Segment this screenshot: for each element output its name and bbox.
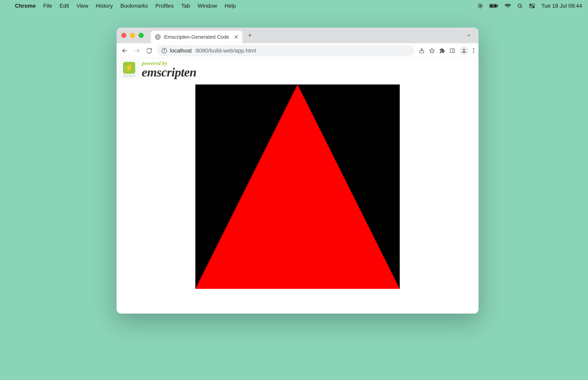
red-triangle-render <box>195 84 400 289</box>
webpage-content: ⚡ powered by emscripten <box>116 58 478 314</box>
chrome-menu-kebab-icon[interactable] <box>473 48 474 54</box>
globe-favicon-icon <box>155 34 161 40</box>
svg-rect-3 <box>497 5 498 7</box>
tab-strip: Emscripten-Generated Code ✕ + <box>116 27 478 43</box>
share-icon[interactable] <box>419 48 425 54</box>
window-minimize-button[interactable] <box>130 33 135 38</box>
menubar-clock[interactable]: Tue 18 Jul 09:44 <box>541 3 582 9</box>
svg-point-19 <box>164 49 165 50</box>
nav-reload-button[interactable] <box>145 46 153 55</box>
window-zoom-button[interactable] <box>139 33 144 38</box>
browser-toolbar: localhost:8080/build-web/app.html <box>116 43 478 58</box>
menu-edit[interactable]: Edit <box>59 3 69 9</box>
side-panel-icon[interactable] <box>449 48 455 54</box>
control-center-icon[interactable] <box>529 3 535 8</box>
menu-bookmarks[interactable]: Bookmarks <box>120 3 148 9</box>
macos-menubar: Chrome File Edit View History Bookmarks … <box>0 0 588 12</box>
svg-rect-22 <box>450 49 455 53</box>
svg-line-7 <box>521 7 522 8</box>
window-close-button[interactable] <box>121 33 126 38</box>
emscripten-brand: emscripten <box>142 66 196 79</box>
tab-title: Emscripten-Generated Code <box>164 34 229 40</box>
spotlight-search-icon[interactable] <box>517 3 523 9</box>
svg-marker-21 <box>430 48 435 53</box>
menu-view[interactable]: View <box>76 3 88 9</box>
extensions-puzzle-icon[interactable] <box>439 48 445 54</box>
menu-window[interactable]: Window <box>197 3 217 9</box>
menu-tab[interactable]: Tab <box>181 3 190 9</box>
emscripten-header: ⚡ powered by emscripten <box>120 60 475 79</box>
url-path: :8080/build-web/app.html <box>194 48 256 54</box>
browser-tab[interactable]: Emscripten-Generated Code ✕ <box>151 31 242 43</box>
bookmark-star-icon[interactable] <box>429 48 435 54</box>
tab-close-button[interactable]: ✕ <box>234 34 238 40</box>
toolbar-actions <box>417 46 474 55</box>
menubar-left: Chrome File Edit View History Bookmarks … <box>6 3 236 9</box>
svg-point-11 <box>533 7 534 7</box>
svg-marker-1 <box>480 5 481 7</box>
profile-avatar-button[interactable] <box>460 46 468 55</box>
svg-point-25 <box>473 48 474 49</box>
address-bar[interactable]: localhost:8080/build-web/app.html <box>157 45 414 56</box>
menu-file[interactable]: File <box>43 3 52 9</box>
nav-back-button[interactable] <box>120 46 129 55</box>
svg-point-27 <box>473 52 474 53</box>
wifi-icon[interactable] <box>505 3 511 8</box>
window-controls <box>121 33 144 38</box>
new-tab-button[interactable]: + <box>248 31 252 39</box>
tab-list-dropdown-icon[interactable] <box>464 33 474 38</box>
menu-help[interactable]: Help <box>225 3 236 9</box>
webgl-canvas[interactable] <box>195 84 400 289</box>
menu-history[interactable]: History <box>96 3 113 9</box>
battery-icon[interactable] <box>489 3 498 8</box>
active-app-name[interactable]: Chrome <box>15 3 36 9</box>
url-host: localhost <box>170 48 192 54</box>
site-info-icon[interactable] <box>161 48 167 54</box>
chrome-window: Emscripten-Generated Code ✕ + localhost:… <box>116 27 478 314</box>
svg-point-24 <box>463 49 465 51</box>
svg-point-6 <box>518 4 521 7</box>
svg-point-9 <box>530 4 531 5</box>
nav-forward-button[interactable] <box>133 46 141 55</box>
menu-profiles[interactable]: Profiles <box>155 3 174 9</box>
emscripten-logo-icon: ⚡ <box>120 60 139 79</box>
svg-point-26 <box>473 50 474 51</box>
menubar-right: Tue 18 Jul 09:44 <box>477 3 582 9</box>
screen-record-icon[interactable] <box>477 3 483 9</box>
emscripten-wordmark: powered by emscripten <box>142 60 196 79</box>
